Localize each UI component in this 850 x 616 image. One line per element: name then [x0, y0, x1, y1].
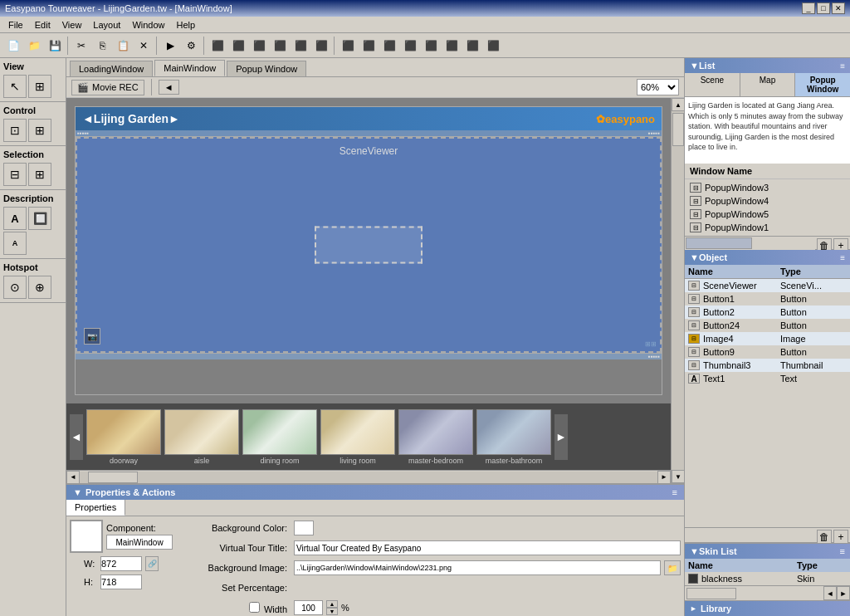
new-button[interactable]: 📄 [3, 36, 23, 56]
w-input[interactable] [100, 556, 142, 571]
thumbnail-master-bathroom[interactable]: master-bathroom [476, 409, 551, 465]
hotspot-element[interactable] [315, 227, 423, 264]
menu-edit[interactable]: Edit [30, 18, 56, 32]
list-tab-map[interactable]: Map [740, 73, 796, 96]
object-row-button1[interactable]: ⊟ Button1 Button [685, 292, 850, 306]
preview-button[interactable]: ▶ [160, 36, 180, 56]
copy-button[interactable]: ⎘ [92, 36, 112, 56]
vt-title-input[interactable] [294, 540, 681, 555]
object-menu-icon[interactable]: ≡ [840, 253, 845, 262]
w-lock-button[interactable]: 🔗 [145, 556, 159, 571]
thumbnail-living-room[interactable]: living room [320, 409, 395, 465]
skin-collapse-icon[interactable]: ▼ [690, 546, 699, 556]
thumb-next-button[interactable]: ► [554, 414, 568, 460]
thumbnail-dining-room[interactable]: dining room [242, 409, 317, 465]
browse-image-button[interactable]: 📁 [664, 560, 681, 575]
list-menu-icon[interactable]: ≡ [840, 61, 845, 71]
thumbnail-aisle[interactable]: aisle [164, 409, 239, 465]
props-menu-icon[interactable]: ≡ [672, 487, 677, 497]
object-row-image4[interactable]: ⊟ Image4 Image [685, 332, 850, 345]
text2-btn[interactable]: A [3, 232, 27, 255]
hotspot-btn-2[interactable]: ⊕ [28, 276, 51, 299]
width-checkbox[interactable] [249, 602, 260, 613]
h-scroll-left-button[interactable]: ◄ [66, 471, 80, 484]
v-scroll-down-button[interactable]: ▼ [672, 470, 684, 483]
list-h-scroll-track[interactable] [685, 237, 815, 250]
list-h-scroll-thumb[interactable] [686, 237, 752, 249]
object-row-button24[interactable]: ⊟ Button24 Button [685, 319, 850, 332]
paste-button[interactable]: 📋 [113, 36, 133, 56]
distribute-v-button[interactable]: ⬛ [359, 36, 379, 56]
window-item-popupwindow5[interactable]: ⊟ PopupWindow5 [686, 208, 848, 221]
width-spin-up[interactable]: ▲ [326, 600, 338, 608]
skin-row-blackness[interactable]: blackness Skin [685, 572, 850, 585]
v-scroll-thumb[interactable] [672, 113, 684, 146]
window-item-popupwindow3[interactable]: ⊟ PopupWindow3 [686, 181, 848, 194]
list-tab-scene[interactable]: Scene [685, 73, 740, 96]
menu-file[interactable]: File [3, 18, 28, 32]
thumbnail-doorway[interactable]: doorway [86, 409, 161, 465]
send-back-button[interactable]: ⬛ [400, 36, 420, 56]
design-canvas[interactable]: ◄Lijing Garden► ✿easypano ▪▪▪▪▪ ▪▪▪▪▪ Sc… [75, 106, 662, 395]
align-left-button[interactable]: ⬛ [208, 36, 227, 56]
send-backward-button[interactable]: ⬛ [442, 36, 462, 56]
menu-layout[interactable]: Layout [88, 18, 125, 32]
maximize-button[interactable]: □ [817, 2, 830, 14]
control-btn-1[interactable]: ⊡ [3, 119, 27, 142]
cut-button[interactable]: ✂ [71, 36, 91, 56]
menu-view[interactable]: View [57, 18, 87, 32]
h-scroll-thumb[interactable] [88, 472, 138, 483]
open-button[interactable]: 📁 [24, 36, 44, 56]
menu-help[interactable]: Help [172, 18, 201, 32]
bg-image-input[interactable] [294, 560, 661, 575]
h-scroll-right-button[interactable]: ► [657, 471, 671, 484]
grid-tool-button[interactable]: ⊞ [28, 75, 51, 98]
movie-rec-button[interactable]: 🎬 Movie REC [71, 80, 144, 95]
v-scroll-up-button[interactable]: ▲ [672, 98, 684, 111]
object-row-thumbnail3[interactable]: ⊟ Thumbnail3 Thumbnail [685, 359, 850, 372]
component-name-input[interactable] [106, 535, 173, 550]
window-item-popupwindow1[interactable]: ⊟ PopupWindow1 [686, 221, 848, 234]
zoom-select[interactable]: 25% 50% 60% 75% 100% 150% 200% [637, 79, 679, 95]
object-h-track[interactable] [685, 528, 815, 542]
back-button[interactable]: ◄ [159, 80, 179, 95]
bring-front-button[interactable]: ⬛ [379, 36, 399, 56]
thumbnail-master-bedroom[interactable]: master-bedroom [398, 409, 473, 465]
h-scroll-track[interactable] [80, 472, 657, 483]
delete-button[interactable]: ✕ [134, 36, 154, 56]
object-row-button9[interactable]: ⊟ Button9 Button [685, 345, 850, 359]
tab-popup-window[interactable]: Popup Window [227, 61, 306, 76]
selection-btn-2[interactable]: ⊞ [28, 163, 51, 186]
skin-scroll-thumb[interactable] [686, 588, 736, 599]
tab-loading-window[interactable]: LoadingWindow [70, 61, 153, 76]
canvas-h-scrollbar[interactable]: ◄ ► [66, 470, 671, 483]
bring-forward-button[interactable]: ⬛ [421, 36, 441, 56]
align-vcenter-button[interactable]: ⬛ [291, 36, 310, 56]
minimize-button[interactable]: _ [802, 2, 815, 14]
align-center-button[interactable]: ⬛ [228, 36, 248, 56]
canvas-v-scrollbar[interactable]: ▲ ▼ [671, 98, 684, 483]
tab-main-window[interactable]: MainWindow [154, 60, 225, 76]
library-header[interactable]: ► Library [685, 601, 850, 616]
selection-btn-1[interactable]: ⊟ [3, 163, 27, 186]
close-button[interactable]: ✕ [832, 2, 845, 14]
width-spin-down[interactable]: ▼ [326, 608, 338, 615]
settings-button[interactable]: ⚙ [181, 36, 201, 56]
image-btn[interactable]: 🔲 [28, 207, 51, 230]
list-collapse-icon[interactable]: ▼ [690, 61, 699, 71]
skin-menu-icon[interactable]: ≡ [840, 546, 845, 556]
distribute-h-button[interactable]: ⬛ [338, 36, 358, 56]
props-tab-properties[interactable]: Properties [66, 500, 125, 516]
v-scroll-track[interactable] [672, 111, 684, 470]
align-right-button[interactable]: ⬛ [249, 36, 269, 56]
align-top-button[interactable]: ⬛ [270, 36, 290, 56]
width-input[interactable] [294, 600, 323, 615]
object-collapse-icon[interactable]: ▼ [690, 252, 699, 262]
menu-window[interactable]: Window [127, 18, 169, 32]
hotspot-btn-1[interactable]: ⊙ [3, 276, 27, 299]
object-row-sceneviewer[interactable]: ⊟ SceneViewer SceneVi... [685, 279, 850, 292]
skin-right-button[interactable]: ► [837, 586, 850, 600]
ungroup-button[interactable]: ⬛ [483, 36, 503, 56]
object-row-text1[interactable]: A Text1 Text [685, 372, 850, 385]
object-row-button2[interactable]: ⊟ Button2 Button [685, 306, 850, 319]
